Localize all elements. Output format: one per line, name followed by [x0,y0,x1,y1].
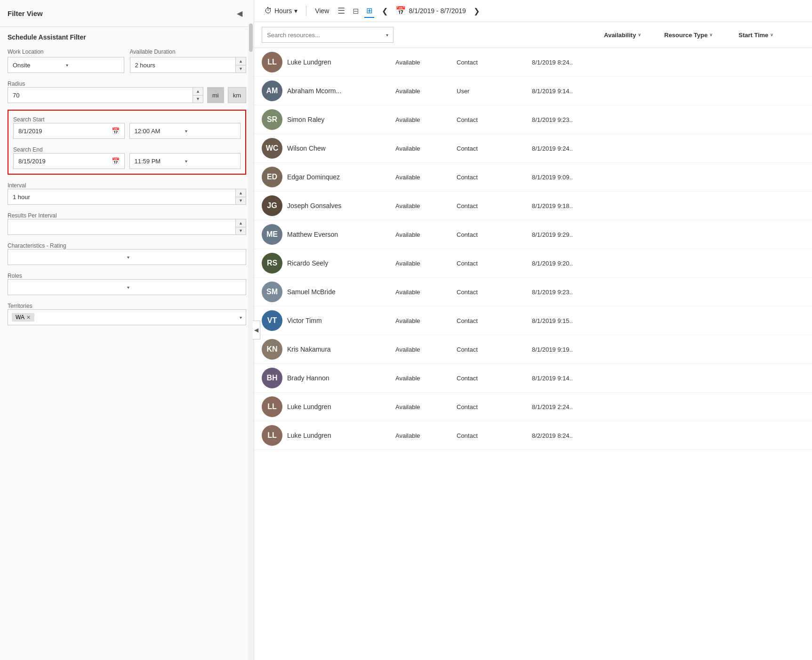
resource-name: Kris Nakamura [287,346,391,353]
results-per-interval-input[interactable] [8,224,235,231]
resource-row[interactable]: ME Matthew Everson Available Contact 8/1… [254,220,812,249]
avatar: ED [262,167,282,187]
resource-row[interactable]: LL Luke Lundgren Available Contact 8/2/2… [254,421,812,450]
search-end-time-select[interactable]: 11:59 PM ▾ [129,153,241,169]
search-end-date-field[interactable] [18,158,112,165]
interval-input[interactable] [8,193,235,201]
search-end-date-input[interactable]: 📅 [13,153,125,169]
panel-title: Filter View [8,9,43,17]
resource-start-time: 8/1/2019 9:15.. [532,317,598,324]
territories-arrow-icon: ▾ [240,315,242,320]
search-end-calendar-icon[interactable]: 📅 [112,157,120,165]
resource-row[interactable]: WC Wilson Chew Available Contact 8/1/201… [254,134,812,163]
territory-tag-remove-icon[interactable]: ✕ [26,314,31,321]
radius-increment-button[interactable]: ▲ [193,88,203,96]
resource-start-time: 8/1/2019 9:14.. [532,375,598,382]
search-end-row: 📅 11:59 PM ▾ [13,153,241,169]
resource-row[interactable]: ED Edgar Dominquez Available Contact 8/1… [254,163,812,192]
resource-type-column-header[interactable]: Resource Type ∨ [664,32,735,39]
work-location-select[interactable]: Onsite ▾ [8,57,124,73]
resource-list: LL Luke Lundgren Available Contact 8/1/2… [254,48,812,660]
search-input[interactable] [267,32,384,39]
resource-type: Contact [457,231,527,238]
resource-start-time: 8/1/2019 9:20.. [532,260,598,267]
hours-label: Hours [274,7,292,15]
territories-input[interactable]: WA ✕ ▾ [8,309,246,325]
results-per-interval-input-wrapper[interactable]: ▲ ▼ [8,219,246,235]
resource-type: Contact [457,346,527,353]
search-box[interactable]: ▾ [262,27,394,43]
resource-availability: Available [395,202,452,209]
collapse-button[interactable]: ◀ [233,7,246,20]
interval-decrement-button[interactable]: ▼ [236,197,246,205]
resource-row[interactable]: VT Victor Timm Available Contact 8/1/201… [254,306,812,335]
start-time-column-header[interactable]: Start Time ∨ [739,32,804,39]
results-decrement-button[interactable]: ▼ [236,227,246,235]
resource-type: User [457,88,527,95]
search-start-date-input[interactable]: 📅 [13,123,125,139]
available-duration-label: Available Duration [130,48,247,55]
mid-collapse-handle[interactable]: ◀ [253,321,260,339]
unit-mi-button[interactable]: mi [207,87,224,103]
previous-date-button[interactable]: ❮ [378,5,392,17]
resource-name: Luke Lundgren [287,432,391,439]
resource-row[interactable]: SR Simon Raley Available Contact 8/1/201… [254,105,812,134]
list-view-icon[interactable]: ☰ [336,4,347,18]
next-date-button[interactable]: ❯ [470,5,483,17]
search-start-date-field[interactable] [18,128,112,135]
work-location-label: Work Location [8,48,124,55]
characteristics-select[interactable]: ▾ [8,249,246,265]
search-end-group: Search End 📅 11:59 PM ▾ [13,145,241,169]
resource-row[interactable]: AM Abraham Mcorm... Available User 8/1/2… [254,77,812,105]
toolbar: ⏱ Hours ▾ View ☰ ⊟ ⊞ ❮ 📅 8/1/2019 - 8/7/… [254,0,812,22]
resource-row[interactable]: LL Luke Lundgren Available Contact 8/1/2… [254,48,812,77]
radius-input[interactable] [8,92,193,99]
hours-toolbar-item[interactable]: ⏱ Hours ▾ [262,5,300,17]
results-increment-button[interactable]: ▲ [236,219,246,227]
right-panel: ⏱ Hours ▾ View ☰ ⊟ ⊞ ❮ 📅 8/1/2019 - 8/7/… [254,0,812,660]
unit-km-button[interactable]: km [228,87,246,103]
roles-section: Roles ▾ [8,272,246,295]
avatar: BH [262,368,282,388]
resource-type: Contact [457,174,527,181]
availability-column-header[interactable]: Availability ∨ [604,32,660,39]
duration-decrement-button[interactable]: ▼ [236,65,246,73]
search-end-time-value: 11:59 PM [135,158,185,165]
resource-name: Simon Raley [287,116,391,123]
results-per-interval-spinners: ▲ ▼ [235,219,246,234]
resource-start-time: 8/1/2019 9:24.. [532,145,598,152]
roles-select[interactable]: ▾ [8,279,246,295]
resource-row[interactable]: KN Kris Nakamura Available Contact 8/1/2… [254,335,812,364]
resource-row[interactable]: SM Samuel McBride Available Contact 8/1/… [254,278,812,306]
date-range-display: 📅 8/1/2019 - 8/7/2019 [395,6,466,16]
bar-view-icon[interactable]: ⊟ [351,5,361,17]
date-range-text: 8/1/2019 - 8/7/2019 [409,7,466,15]
resource-row[interactable]: LL Luke Lundgren Available Contact 8/1/2… [254,393,812,421]
scroll-thumb[interactable] [249,24,253,52]
left-panel: Filter View ◀ Schedule Assistant Filter … [0,0,254,660]
avatar: KN [262,339,282,360]
territory-tag-wa: WA ✕ [12,313,34,322]
grid-view-icon[interactable]: ⊞ [364,4,374,18]
interval-increment-button[interactable]: ▲ [236,189,246,197]
search-start-time-value: 12:00 AM [135,128,185,135]
interval-input-wrapper[interactable]: ▲ ▼ [8,189,246,205]
available-duration-field[interactable] [130,62,236,69]
radius-input-wrapper[interactable]: ▲ ▼ [8,87,203,103]
resource-name: Luke Lundgren [287,403,391,410]
resource-row[interactable]: JG Joseph Gonsalves Available Contact 8/… [254,192,812,220]
available-duration-input[interactable]: ▲ ▼ [130,57,247,73]
view-toolbar-item[interactable]: View [312,5,332,16]
duration-increment-button[interactable]: ▲ [236,57,246,65]
roles-label: Roles [8,273,22,279]
resource-row[interactable]: RS Ricardo Seely Available Contact 8/1/2… [254,249,812,278]
resource-type: Contact [457,116,527,123]
radius-decrement-button[interactable]: ▼ [193,96,203,103]
calendar-icon[interactable]: 📅 [395,6,406,16]
search-start-time-select[interactable]: 12:00 AM ▾ [129,123,241,139]
work-location-row: Work Location Onsite ▾ Available Duratio… [8,48,246,73]
search-dropdown-icon[interactable]: ▾ [386,32,388,38]
results-per-interval-section: Results Per Interval ▲ ▼ [8,211,246,235]
resource-row[interactable]: BH Brady Hannon Available Contact 8/1/20… [254,364,812,393]
search-start-calendar-icon[interactable]: 📅 [112,127,120,135]
